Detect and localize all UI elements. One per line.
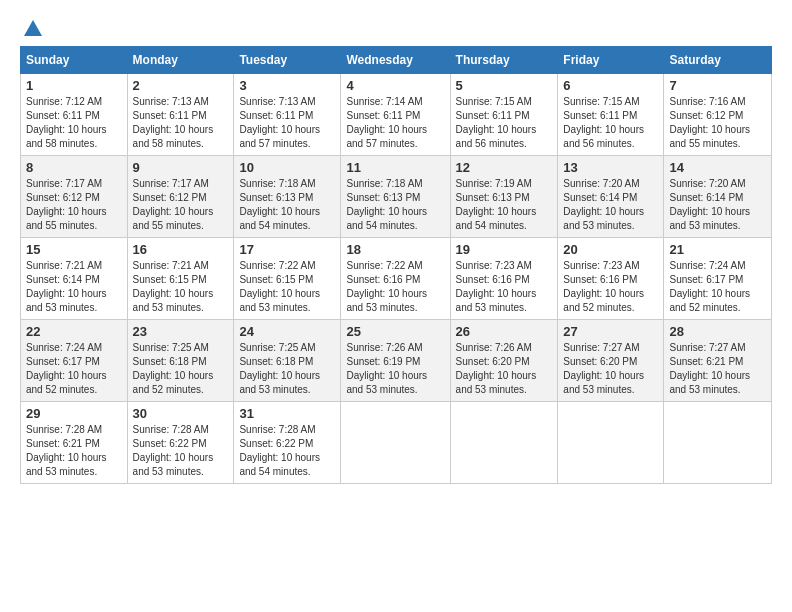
day-number: 18 <box>346 242 444 257</box>
cell-info: Sunrise: 7:25 AMSunset: 6:18 PMDaylight:… <box>133 341 229 397</box>
calendar-week-row: 29Sunrise: 7:28 AMSunset: 6:21 PMDayligh… <box>21 402 772 484</box>
calendar-cell: 29Sunrise: 7:28 AMSunset: 6:21 PMDayligh… <box>21 402 128 484</box>
cell-info: Sunrise: 7:21 AMSunset: 6:14 PMDaylight:… <box>26 259 122 315</box>
day-number: 7 <box>669 78 766 93</box>
calendar-cell: 11Sunrise: 7:18 AMSunset: 6:13 PMDayligh… <box>341 156 450 238</box>
day-number: 6 <box>563 78 658 93</box>
calendar-cell: 6Sunrise: 7:15 AMSunset: 6:11 PMDaylight… <box>558 74 664 156</box>
day-number: 11 <box>346 160 444 175</box>
cell-info: Sunrise: 7:15 AMSunset: 6:11 PMDaylight:… <box>563 95 658 151</box>
calendar-cell: 17Sunrise: 7:22 AMSunset: 6:15 PMDayligh… <box>234 238 341 320</box>
cell-info: Sunrise: 7:28 AMSunset: 6:22 PMDaylight:… <box>239 423 335 479</box>
calendar-week-row: 15Sunrise: 7:21 AMSunset: 6:14 PMDayligh… <box>21 238 772 320</box>
calendar-cell: 10Sunrise: 7:18 AMSunset: 6:13 PMDayligh… <box>234 156 341 238</box>
day-number: 9 <box>133 160 229 175</box>
cell-info: Sunrise: 7:12 AMSunset: 6:11 PMDaylight:… <box>26 95 122 151</box>
day-number: 5 <box>456 78 553 93</box>
cell-info: Sunrise: 7:16 AMSunset: 6:12 PMDaylight:… <box>669 95 766 151</box>
day-number: 25 <box>346 324 444 339</box>
calendar-cell <box>558 402 664 484</box>
cell-info: Sunrise: 7:17 AMSunset: 6:12 PMDaylight:… <box>133 177 229 233</box>
day-number: 20 <box>563 242 658 257</box>
header-wednesday: Wednesday <box>341 47 450 74</box>
day-number: 10 <box>239 160 335 175</box>
calendar-cell: 22Sunrise: 7:24 AMSunset: 6:17 PMDayligh… <box>21 320 128 402</box>
calendar-table: SundayMondayTuesdayWednesdayThursdayFrid… <box>20 46 772 484</box>
day-number: 15 <box>26 242 122 257</box>
cell-info: Sunrise: 7:14 AMSunset: 6:11 PMDaylight:… <box>346 95 444 151</box>
logo-icon <box>22 18 44 40</box>
cell-info: Sunrise: 7:18 AMSunset: 6:13 PMDaylight:… <box>346 177 444 233</box>
cell-info: Sunrise: 7:27 AMSunset: 6:20 PMDaylight:… <box>563 341 658 397</box>
cell-info: Sunrise: 7:26 AMSunset: 6:20 PMDaylight:… <box>456 341 553 397</box>
calendar-cell: 13Sunrise: 7:20 AMSunset: 6:14 PMDayligh… <box>558 156 664 238</box>
calendar-cell <box>450 402 558 484</box>
calendar-header-row: SundayMondayTuesdayWednesdayThursdayFrid… <box>21 47 772 74</box>
calendar-cell: 1Sunrise: 7:12 AMSunset: 6:11 PMDaylight… <box>21 74 128 156</box>
calendar-cell: 18Sunrise: 7:22 AMSunset: 6:16 PMDayligh… <box>341 238 450 320</box>
calendar-week-row: 1Sunrise: 7:12 AMSunset: 6:11 PMDaylight… <box>21 74 772 156</box>
day-number: 21 <box>669 242 766 257</box>
calendar-cell: 21Sunrise: 7:24 AMSunset: 6:17 PMDayligh… <box>664 238 772 320</box>
calendar-cell: 9Sunrise: 7:17 AMSunset: 6:12 PMDaylight… <box>127 156 234 238</box>
day-number: 29 <box>26 406 122 421</box>
calendar-cell: 14Sunrise: 7:20 AMSunset: 6:14 PMDayligh… <box>664 156 772 238</box>
calendar-cell: 8Sunrise: 7:17 AMSunset: 6:12 PMDaylight… <box>21 156 128 238</box>
day-number: 8 <box>26 160 122 175</box>
cell-info: Sunrise: 7:21 AMSunset: 6:15 PMDaylight:… <box>133 259 229 315</box>
header-monday: Monday <box>127 47 234 74</box>
cell-info: Sunrise: 7:26 AMSunset: 6:19 PMDaylight:… <box>346 341 444 397</box>
day-number: 22 <box>26 324 122 339</box>
calendar-cell: 20Sunrise: 7:23 AMSunset: 6:16 PMDayligh… <box>558 238 664 320</box>
calendar-cell: 25Sunrise: 7:26 AMSunset: 6:19 PMDayligh… <box>341 320 450 402</box>
calendar-cell: 19Sunrise: 7:23 AMSunset: 6:16 PMDayligh… <box>450 238 558 320</box>
calendar-cell <box>664 402 772 484</box>
cell-info: Sunrise: 7:15 AMSunset: 6:11 PMDaylight:… <box>456 95 553 151</box>
cell-info: Sunrise: 7:23 AMSunset: 6:16 PMDaylight:… <box>456 259 553 315</box>
day-number: 13 <box>563 160 658 175</box>
cell-info: Sunrise: 7:17 AMSunset: 6:12 PMDaylight:… <box>26 177 122 233</box>
day-number: 12 <box>456 160 553 175</box>
day-number: 2 <box>133 78 229 93</box>
calendar-cell: 12Sunrise: 7:19 AMSunset: 6:13 PMDayligh… <box>450 156 558 238</box>
day-number: 24 <box>239 324 335 339</box>
cell-info: Sunrise: 7:22 AMSunset: 6:15 PMDaylight:… <box>239 259 335 315</box>
calendar-cell: 28Sunrise: 7:27 AMSunset: 6:21 PMDayligh… <box>664 320 772 402</box>
cell-info: Sunrise: 7:18 AMSunset: 6:13 PMDaylight:… <box>239 177 335 233</box>
cell-info: Sunrise: 7:20 AMSunset: 6:14 PMDaylight:… <box>563 177 658 233</box>
cell-info: Sunrise: 7:13 AMSunset: 6:11 PMDaylight:… <box>133 95 229 151</box>
calendar-cell: 4Sunrise: 7:14 AMSunset: 6:11 PMDaylight… <box>341 74 450 156</box>
header-thursday: Thursday <box>450 47 558 74</box>
day-number: 28 <box>669 324 766 339</box>
calendar-cell: 2Sunrise: 7:13 AMSunset: 6:11 PMDaylight… <box>127 74 234 156</box>
calendar-cell: 30Sunrise: 7:28 AMSunset: 6:22 PMDayligh… <box>127 402 234 484</box>
cell-info: Sunrise: 7:19 AMSunset: 6:13 PMDaylight:… <box>456 177 553 233</box>
calendar-cell: 27Sunrise: 7:27 AMSunset: 6:20 PMDayligh… <box>558 320 664 402</box>
page: SundayMondayTuesdayWednesdayThursdayFrid… <box>0 0 792 494</box>
day-number: 31 <box>239 406 335 421</box>
cell-info: Sunrise: 7:28 AMSunset: 6:21 PMDaylight:… <box>26 423 122 479</box>
calendar-cell: 26Sunrise: 7:26 AMSunset: 6:20 PMDayligh… <box>450 320 558 402</box>
calendar-cell: 5Sunrise: 7:15 AMSunset: 6:11 PMDaylight… <box>450 74 558 156</box>
calendar-cell: 16Sunrise: 7:21 AMSunset: 6:15 PMDayligh… <box>127 238 234 320</box>
cell-info: Sunrise: 7:24 AMSunset: 6:17 PMDaylight:… <box>26 341 122 397</box>
day-number: 19 <box>456 242 553 257</box>
calendar-cell <box>341 402 450 484</box>
day-number: 16 <box>133 242 229 257</box>
header <box>20 18 772 36</box>
cell-info: Sunrise: 7:23 AMSunset: 6:16 PMDaylight:… <box>563 259 658 315</box>
day-number: 27 <box>563 324 658 339</box>
calendar-cell: 3Sunrise: 7:13 AMSunset: 6:11 PMDaylight… <box>234 74 341 156</box>
day-number: 4 <box>346 78 444 93</box>
day-number: 17 <box>239 242 335 257</box>
cell-info: Sunrise: 7:25 AMSunset: 6:18 PMDaylight:… <box>239 341 335 397</box>
header-friday: Friday <box>558 47 664 74</box>
header-tuesday: Tuesday <box>234 47 341 74</box>
header-sunday: Sunday <box>21 47 128 74</box>
logo <box>20 18 44 36</box>
day-number: 30 <box>133 406 229 421</box>
cell-info: Sunrise: 7:22 AMSunset: 6:16 PMDaylight:… <box>346 259 444 315</box>
cell-info: Sunrise: 7:24 AMSunset: 6:17 PMDaylight:… <box>669 259 766 315</box>
calendar-cell: 24Sunrise: 7:25 AMSunset: 6:18 PMDayligh… <box>234 320 341 402</box>
cell-info: Sunrise: 7:13 AMSunset: 6:11 PMDaylight:… <box>239 95 335 151</box>
